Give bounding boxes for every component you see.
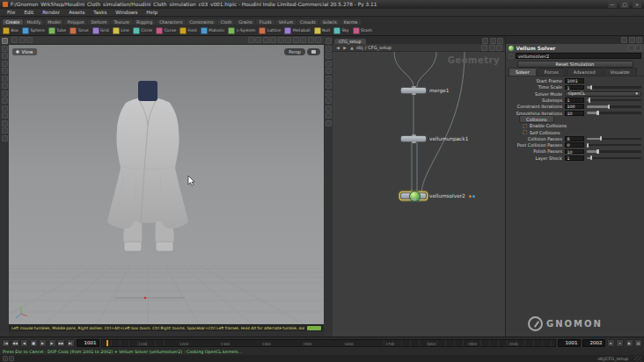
shelf-tool-sky[interactable]: Sky [333,27,349,34]
param-value-constraint-iterations[interactable]: 100 [565,104,584,109]
shelf-tab-grains[interactable]: Grains [236,19,256,25]
shelf-tool-platonic[interactable]: Platonic [201,27,225,34]
select-mode-icon[interactable] [285,37,291,43]
menu-windows[interactable]: Windows [112,10,141,15]
param-value-layer-shock[interactable]: 1 [565,156,584,161]
shelf-tab-model[interactable]: Model [45,19,63,25]
align-tool-icon[interactable] [2,90,8,97]
shelf-tool-curve[interactable]: Curve [156,27,176,34]
shelf-tab-vellum[interactable]: Vellum [275,19,296,25]
shelf-tool-font[interactable]: Font [179,27,197,34]
menu-render[interactable]: Render [39,10,63,15]
param-tab-solver[interactable]: Solver [509,68,537,76]
shelf-tab-create[interactable]: Create [3,19,23,25]
performance-monitor-icon[interactable] [9,356,14,361]
reset-simulation-button[interactable]: Reset Simulation [517,61,633,68]
step-forward-button[interactable]: ▶ [48,339,56,347]
network-up-button[interactable]: ▲ [349,46,355,50]
snapshot-icon[interactable] [326,120,332,127]
maximize-pane-icon[interactable] [629,37,635,43]
info-tool-icon[interactable] [2,112,8,119]
minimize-button[interactable]: — [608,2,617,8]
shelf-tab-karma[interactable]: Karma [340,19,361,25]
menu-file[interactable]: File [4,10,18,15]
shelf-tab-texture[interactable]: Texture [111,19,133,25]
param-slider-post-collision-passes[interactable] [587,144,641,146]
param-slider-time-scale[interactable] [587,86,641,88]
param-value-polish-passes[interactable]: 10 [565,149,584,155]
translate-tool-icon[interactable] [2,46,8,52]
shelf-tab-solaris[interactable]: Solaris [319,19,340,25]
display-options-icon[interactable] [308,37,314,43]
step-back-button[interactable]: ◀ [20,339,28,347]
slider-handle[interactable] [590,156,592,160]
render-region-tool-icon[interactable] [2,127,8,134]
shelf-tool-line[interactable]: Line [113,27,129,34]
viewport-view-badge[interactable]: View [12,48,37,55]
slider-handle[interactable] [587,143,589,148]
checkbox-self-collisions[interactable]: ✓ [523,130,527,134]
gear-icon-icon[interactable] [635,45,641,51]
smooth-shade-display-icon[interactable] [326,68,332,74]
maximize-pane-icon[interactable] [19,37,26,43]
param-value-collision-passes[interactable]: 8 [565,136,584,141]
scale-tool-icon[interactable] [2,61,8,67]
pane-menu-icon[interactable] [11,37,18,43]
network-display-options-icon[interactable] [496,45,502,51]
shelf-tab-fluids[interactable]: Fluids [256,19,274,25]
play-button[interactable]: ▶ [39,339,47,347]
shelf-tool-metaball[interactable]: Metaball [284,27,310,34]
range-end-field[interactable]: 2002 [582,339,605,347]
wireframe-display-icon[interactable] [326,53,332,59]
pose-tool-icon[interactable] [2,68,8,74]
next-keyframe-button[interactable]: ▶▶ [57,339,65,347]
current-frame-field[interactable]: 1001 [77,339,99,347]
shelf-tab-deform[interactable]: Deform [88,19,110,25]
breadcrumb-node[interactable]: CFG_setup [368,45,392,50]
node-display-flag[interactable] [472,195,475,198]
param-value-time-scale[interactable]: 1 [565,85,584,90]
snap-prims-icon[interactable] [263,37,269,43]
network-pane-tab[interactable]: CFG_setup [334,39,366,44]
menu-edit[interactable]: Edit [20,10,37,15]
param-value-smoothing-iterations[interactable]: 10 [565,111,584,116]
dopesheet-button[interactable]: ▤ [634,339,642,347]
param-value-substeps[interactable]: 1 [565,98,584,103]
shade-mode-icon[interactable] [300,37,306,43]
param-value-start-frame[interactable]: 1001 [565,78,584,83]
handles-tool-icon[interactable] [2,76,8,82]
shelf-tool-grid[interactable]: Grid [92,27,109,34]
slider-handle[interactable] [596,149,598,154]
param-slider-constraint-iterations[interactable] [587,105,641,107]
material-display-icon[interactable] [326,76,332,82]
shelf-tool-torus[interactable]: Torus [70,27,89,34]
param-tab-advanced[interactable]: Advanced [567,68,603,76]
checkbox-enable-collisions[interactable]: ✓ [523,124,527,128]
pane-menu-icon[interactable] [482,38,488,44]
jump-to-end-button[interactable]: ▶| [67,339,75,347]
node-vellumunpack1[interactable]: vellumunpack1 [400,135,468,142]
menu-assets[interactable]: Assets [65,10,88,15]
select-tool-icon[interactable] [2,38,8,44]
breadcrumb-root[interactable]: obj [356,45,363,50]
network-back-button[interactable]: ◀ [335,46,340,50]
camera-menu-button[interactable] [307,48,320,55]
shelf-tool-l-system[interactable]: L-System [228,27,255,34]
lights-display-icon[interactable] [326,83,332,89]
construction-plane-icon[interactable] [270,37,276,43]
param-slider-layer-shock[interactable] [587,157,641,159]
display-primitives-icon[interactable] [326,46,332,52]
objects-mode-icon[interactable] [293,37,299,43]
menu-tasks[interactable]: Tasks [90,10,110,15]
measure-tool-icon[interactable] [2,120,8,127]
snap-tool-icon[interactable] [2,83,8,89]
param-slider-collision-passes[interactable] [587,138,641,140]
loop-mode-button[interactable]: ∞ [616,339,624,347]
view-tool-icon[interactable] [2,98,8,104]
shelf-tab-polygon[interactable]: Polygon [64,19,87,25]
shelf-tab-rigging[interactable]: Rigging [134,19,156,25]
range-start-field[interactable]: 1001 [558,339,581,347]
param-slider-smoothing-iterations[interactable] [587,112,641,113]
viewport-layout-icon[interactable] [315,37,321,43]
snap-grid-icon[interactable] [248,37,254,43]
